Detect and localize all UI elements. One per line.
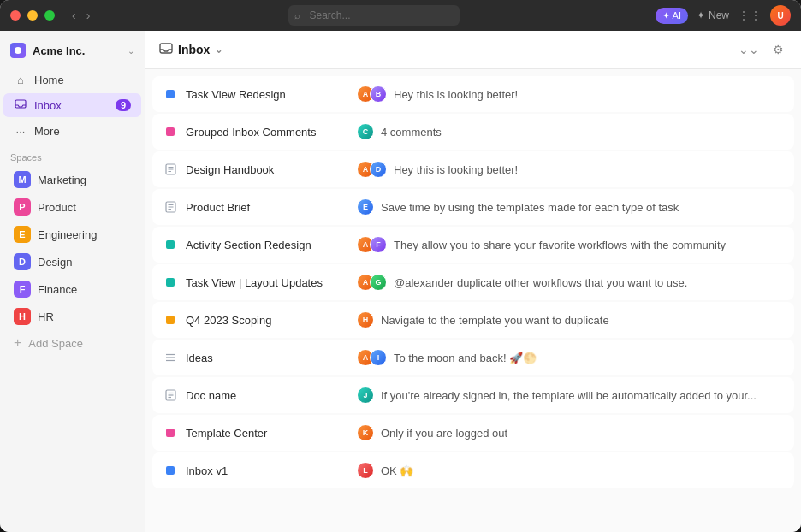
preview-text: Navigate to the template you want to dup… <box>381 314 609 327</box>
sidebar-more-label: More <box>34 125 60 138</box>
inbox-item[interactable]: Task View Redesign A B Hey this is looki… <box>152 76 794 112</box>
sidebar-item-design[interactable]: D Design <box>3 249 141 275</box>
home-icon: ⌂ <box>14 73 27 86</box>
inbox-item[interactable]: Q4 2023 Scoping H Navigate to the templa… <box>152 302 794 338</box>
marketing-label: Marketing <box>38 174 86 186</box>
inbox-item[interactable]: Activity Section Redesign A F They allow… <box>152 227 794 263</box>
nav-arrows: ‹ › <box>68 7 93 24</box>
item-preview: A D Hey this is looking better! <box>357 161 783 178</box>
preview-text: Only if you are logged out <box>381 427 507 440</box>
sidebar-item-engineering[interactable]: E Engineering <box>3 222 141 247</box>
square-yellow-icon <box>163 313 177 327</box>
sidebar-item-finance[interactable]: F Finance <box>3 276 141 302</box>
engineering-label: Engineering <box>38 228 97 241</box>
inbox-item[interactable]: Ideas A I To the moon and back! 🚀🌕 <box>152 340 794 375</box>
square-teal-icon <box>163 238 177 251</box>
back-button[interactable]: ‹ <box>68 7 80 24</box>
avatars-group: A F <box>357 236 387 253</box>
grid-icon[interactable]: ⋮⋮ <box>738 9 762 22</box>
collapse-button[interactable]: ⌄⌄ <box>735 39 762 60</box>
org-name: Acme Inc. <box>33 44 121 57</box>
new-label: New <box>709 9 729 21</box>
inbox-item[interactable]: Product Brief E Save time by using the t… <box>152 189 794 225</box>
user-avatar[interactable]: U <box>770 5 791 26</box>
preview-text: They allow you to share your favorite wo… <box>394 239 726 251</box>
inbox-chevron-icon: ⌄ <box>215 44 222 56</box>
inbox-header-label: Inbox <box>178 43 210 56</box>
avatars-group: J <box>357 387 374 404</box>
inbox-title[interactable]: Inbox ⌄ <box>159 42 222 58</box>
square-blue-icon <box>163 87 177 101</box>
svg-rect-24 <box>166 466 175 475</box>
item-name: Activity Section Redesign <box>186 239 357 251</box>
main-content: Inbox ⌄ ⌄⌄ ⚙ Task View Redesign <box>145 31 801 532</box>
hr-label: HR <box>38 310 54 323</box>
preview-text: Hey this is looking better! <box>394 88 518 101</box>
preview-text: @alexander duplicate other workflows tha… <box>394 276 687 289</box>
item-preview: A B Hey this is looking better! <box>357 86 783 103</box>
preview-text: 4 comments <box>381 126 442 139</box>
inbox-item[interactable]: Inbox v1 L OK 🙌 <box>152 452 794 488</box>
inbox-icon <box>14 98 27 112</box>
sidebar-item-home[interactable]: ⌂ Home <box>3 68 141 92</box>
inbox-item[interactable]: Grouped Inbox Comments C 4 comments <box>152 114 794 150</box>
item-preview: A I To the moon and back! 🚀🌕 <box>357 349 783 366</box>
preview-text: Hey this is looking better! <box>394 163 518 176</box>
inbox-item[interactable]: Task View | Layout Updates A G @alexande… <box>152 264 794 300</box>
minimize-button[interactable] <box>27 10 38 21</box>
inbox-item[interactable]: Template Center K Only if you are logged… <box>152 415 794 451</box>
avatar: C <box>357 123 374 140</box>
item-preview: L OK 🙌 <box>357 462 783 479</box>
search-input[interactable] <box>288 5 460 26</box>
avatars-group: A B <box>357 86 387 103</box>
avatars-group: L <box>357 462 374 479</box>
avatars-group: A D <box>357 161 387 178</box>
add-space-label: Add Space <box>28 337 83 350</box>
engineering-dot: E <box>14 226 31 243</box>
ai-button[interactable]: ✦ AI <box>656 8 688 24</box>
inbox-icon-header <box>159 42 173 58</box>
item-name: Inbox v1 <box>186 464 357 477</box>
org-header[interactable]: Acme Inc. ⌄ <box>0 38 145 67</box>
item-name: Design Handbook <box>186 163 357 176</box>
avatars-group: E <box>357 198 374 216</box>
sidebar-item-product[interactable]: P Product <box>3 194 141 220</box>
design-dot: D <box>14 253 31 270</box>
close-button[interactable] <box>10 10 21 21</box>
maximize-button[interactable] <box>44 10 55 21</box>
doc-icon <box>163 200 177 214</box>
search-wrapper: ⌕ <box>288 5 460 26</box>
item-name: Task View | Layout Updates <box>186 276 357 289</box>
sidebar-item-hr[interactable]: H HR <box>3 304 141 329</box>
sidebar-item-marketing[interactable]: M Marketing <box>3 167 141 192</box>
inbox-item[interactable]: Doc name J If you're already signed in, … <box>152 377 794 413</box>
product-dot: P <box>14 198 31 216</box>
settings-button[interactable]: ⚙ <box>769 39 787 60</box>
avatar: I <box>370 349 387 366</box>
more-icon: ··· <box>14 124 27 138</box>
avatar: D <box>370 161 387 178</box>
ai-label: AI <box>673 10 681 21</box>
avatars-group: K <box>357 424 374 441</box>
square-pink-icon <box>163 426 177 440</box>
inbox-badge: 9 <box>116 99 131 111</box>
doc-icon <box>163 388 177 402</box>
avatar: E <box>357 198 374 216</box>
item-name: Task View Redesign <box>186 88 357 101</box>
forward-button[interactable]: › <box>83 7 94 24</box>
finance-label: Finance <box>38 283 77 296</box>
product-label: Product <box>38 201 76 214</box>
hr-dot: H <box>14 308 31 325</box>
app-window: ‹ › ⌕ ✦ AI ✦ New ⋮⋮ U <box>0 0 801 532</box>
plus-icon: + <box>14 335 21 351</box>
square-pink-icon <box>163 125 177 139</box>
add-space-button[interactable]: + Add Space <box>3 331 141 355</box>
inbox-item[interactable]: Design Handbook A D Hey this is looking … <box>152 151 794 187</box>
avatar: G <box>370 274 387 291</box>
sidebar-item-inbox[interactable]: Inbox 9 <box>3 93 141 117</box>
org-logo <box>10 43 26 58</box>
sidebar-inbox-label: Inbox <box>34 99 62 112</box>
new-button[interactable]: ✦ New <box>697 9 729 21</box>
sidebar-item-more[interactable]: ··· More <box>3 119 141 143</box>
item-preview: H Navigate to the template you want to d… <box>357 311 783 328</box>
